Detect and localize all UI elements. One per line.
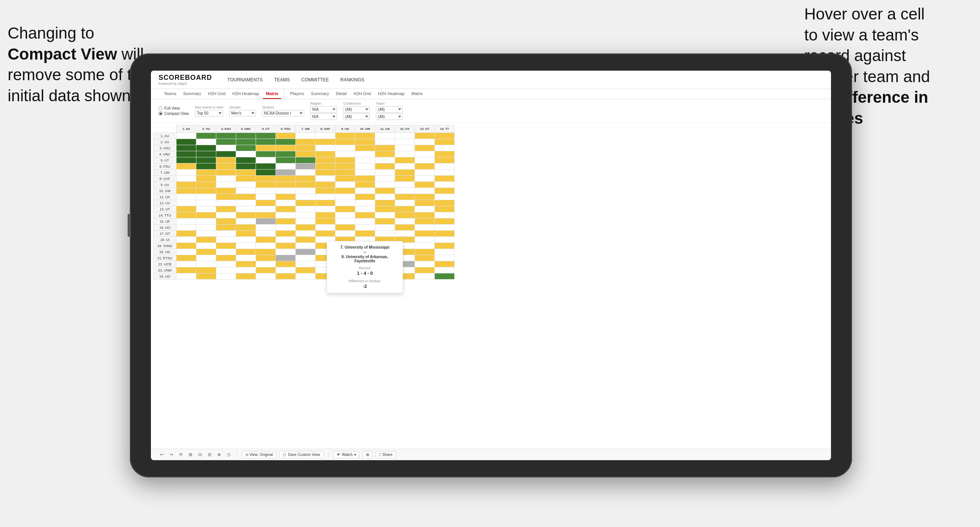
matrix-cell[interactable] <box>256 237 276 243</box>
matrix-cell[interactable] <box>236 231 256 237</box>
matrix-cell[interactable] <box>216 206 236 212</box>
matrix-cell[interactable] <box>216 170 236 176</box>
matrix-cell[interactable] <box>177 133 196 139</box>
matrix-cell[interactable] <box>415 237 435 243</box>
matrix-cell[interactable] <box>216 273 236 280</box>
matrix-cell[interactable] <box>415 151 435 157</box>
matrix-cell[interactable] <box>435 200 455 206</box>
matrix-cell[interactable] <box>196 194 216 200</box>
matrix-cell[interactable] <box>435 206 455 212</box>
matrix-cell[interactable] <box>296 267 316 273</box>
matrix-cell[interactable] <box>316 218 335 225</box>
matrix-cell[interactable] <box>415 206 435 212</box>
matrix-cell[interactable] <box>256 218 276 225</box>
toolbar-btn-7[interactable]: ⊕ <box>216 451 222 458</box>
matrix-cell[interactable] <box>177 206 196 212</box>
matrix-cell[interactable] <box>177 151 196 157</box>
matrix-cell[interactable] <box>335 194 355 200</box>
matrix-cell[interactable] <box>435 145 455 151</box>
matrix-cell[interactable] <box>216 255 236 261</box>
matrix-cell[interactable] <box>196 273 216 280</box>
toolbar-btn-grid[interactable]: ⊞ <box>363 451 373 458</box>
save-custom-view-button[interactable]: ⬡ Save Custom View <box>279 451 323 458</box>
matrix-cell[interactable] <box>355 194 375 200</box>
matrix-cell[interactable] <box>256 200 276 206</box>
matrix-cell[interactable] <box>415 194 435 200</box>
matrix-cell[interactable] <box>435 151 455 157</box>
matrix-cell[interactable] <box>375 133 395 139</box>
matrix-cell[interactable] <box>316 176 335 182</box>
matrix-cell[interactable] <box>196 237 216 243</box>
matrix-cell[interactable] <box>415 261 435 267</box>
matrix-cell[interactable] <box>196 267 216 273</box>
matrix-cell[interactable] <box>335 212 355 218</box>
matrix-cell[interactable] <box>435 176 455 182</box>
matrix-cell[interactable] <box>196 163 216 170</box>
matrix-cell[interactable] <box>256 157 276 163</box>
matrix-cell[interactable] <box>296 249 316 255</box>
matrix-cell[interactable] <box>435 188 455 194</box>
matrix-cell[interactable] <box>276 249 296 255</box>
matrix-cell[interactable] <box>177 163 196 170</box>
matrix-cell[interactable] <box>355 182 375 188</box>
matrix-cell[interactable] <box>296 231 316 237</box>
filter-region-select2[interactable]: N/A <box>310 113 337 120</box>
matrix-cell[interactable] <box>316 133 335 139</box>
matrix-cell[interactable] <box>216 267 236 273</box>
filter-region-select1[interactable]: N/A <box>310 106 337 113</box>
matrix-cell[interactable] <box>276 261 296 267</box>
matrix-cell[interactable] <box>435 163 455 170</box>
matrix-cell[interactable] <box>216 212 236 218</box>
matrix-cell[interactable] <box>375 212 395 218</box>
matrix-cell[interactable] <box>415 200 435 206</box>
nav-committee[interactable]: COMMITTEE <box>301 76 329 84</box>
matrix-cell[interactable] <box>177 182 196 188</box>
matrix-cell[interactable] <box>316 231 335 237</box>
matrix-cell[interactable] <box>296 218 316 225</box>
matrix-cell[interactable] <box>276 267 296 273</box>
matrix-cell[interactable] <box>415 176 435 182</box>
matrix-cell[interactable] <box>177 231 196 237</box>
matrix-cell[interactable] <box>355 206 375 212</box>
matrix-cell[interactable] <box>196 139 216 145</box>
matrix-cell[interactable] <box>256 243 276 249</box>
matrix-cell[interactable] <box>316 157 335 163</box>
matrix-cell[interactable] <box>296 151 316 157</box>
matrix-cell[interactable] <box>216 182 236 188</box>
matrix-cell[interactable] <box>236 133 256 139</box>
matrix-cell[interactable] <box>375 182 395 188</box>
matrix-cell[interactable] <box>316 163 335 170</box>
matrix-cell[interactable] <box>296 237 316 243</box>
matrix-cell[interactable] <box>256 273 276 280</box>
matrix-cell[interactable] <box>375 206 395 212</box>
matrix-cell[interactable] <box>296 212 316 218</box>
matrix-cell[interactable] <box>395 194 415 200</box>
matrix-cell[interactable] <box>415 145 435 151</box>
matrix-cell[interactable] <box>196 182 216 188</box>
filter-team-select2[interactable]: (All) <box>376 113 403 120</box>
matrix-cell[interactable] <box>296 194 316 200</box>
matrix-cell[interactable] <box>335 206 355 212</box>
tab-players-summary[interactable]: Summary <box>308 89 332 99</box>
matrix-cell[interactable] <box>415 170 435 176</box>
matrix-cell[interactable] <box>316 170 335 176</box>
matrix-cell[interactable] <box>375 194 395 200</box>
matrix-cell[interactable] <box>177 157 196 163</box>
nav-rankings[interactable]: RANKINGS <box>340 76 364 84</box>
matrix-cell[interactable] <box>296 163 316 170</box>
matrix-cell[interactable] <box>236 218 256 225</box>
matrix-cell[interactable] <box>296 157 316 163</box>
matrix-cell[interactable] <box>216 237 236 243</box>
matrix-cell[interactable] <box>196 212 216 218</box>
matrix-cell[interactable] <box>415 157 435 163</box>
matrix-cell[interactable] <box>355 225 375 231</box>
toolbar-btn-8[interactable]: ◷ <box>225 451 232 458</box>
matrix-cell[interactable] <box>415 163 435 170</box>
matrix-cell[interactable] <box>415 267 435 273</box>
matrix-cell[interactable] <box>276 133 296 139</box>
matrix-cell[interactable] <box>296 225 316 231</box>
matrix-cell[interactable] <box>177 170 196 176</box>
matrix-cell[interactable] <box>276 225 296 231</box>
matrix-cell[interactable] <box>216 231 236 237</box>
matrix-cell[interactable] <box>435 218 455 225</box>
